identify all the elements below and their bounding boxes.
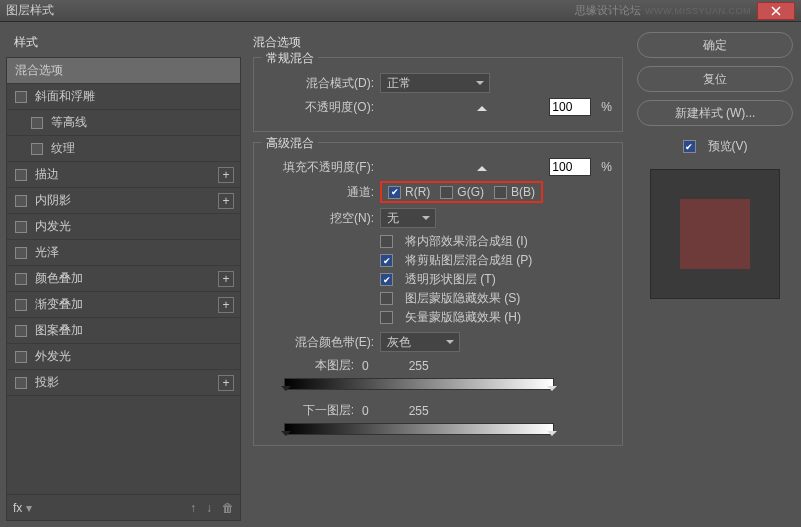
underlying-gradient[interactable] — [284, 423, 554, 435]
sidebar-item-stroke[interactable]: 描边+ — [7, 162, 240, 188]
checkbox[interactable] — [15, 377, 27, 389]
close-button[interactable] — [757, 2, 795, 20]
slider-handle-icon[interactable] — [281, 431, 291, 441]
add-icon[interactable]: + — [218, 167, 234, 183]
checkbox[interactable] — [15, 91, 27, 103]
fieldset-legend: 高级混合 — [262, 135, 318, 152]
checkbox[interactable] — [15, 325, 27, 337]
underlying-layer-row: 下一图层: 0 255 — [264, 402, 612, 419]
checkbox[interactable] — [15, 299, 27, 311]
checkbox[interactable] — [15, 169, 27, 181]
this-layer-row: 本图层: 0 255 — [264, 357, 612, 374]
opt-blend-interior-checkbox[interactable] — [380, 235, 393, 248]
channel-b-checkbox[interactable] — [494, 186, 507, 199]
underlying-v0: 0 — [362, 404, 369, 418]
blend-if-label: 混合颜色带(E): — [264, 334, 374, 351]
sidebar: 样式 混合选项 斜面和浮雕 等高线 纹理 描边+ 内阴影+ 内发光 光泽 颜色叠… — [6, 28, 241, 521]
sidebar-item-gradient-overlay[interactable]: 渐变叠加+ — [7, 292, 240, 318]
sidebar-item-color-overlay[interactable]: 颜色叠加+ — [7, 266, 240, 292]
slider-handle-icon[interactable] — [547, 386, 557, 396]
sidebar-item-label: 图案叠加 — [35, 322, 83, 339]
channel-r-checkbox[interactable] — [388, 186, 401, 199]
this-layer-label: 本图层: — [264, 357, 354, 374]
channel-g-checkbox[interactable] — [440, 186, 453, 199]
fieldset-legend: 常规混合 — [262, 50, 318, 67]
new-style-button[interactable]: 新建样式 (W)... — [637, 100, 793, 126]
sidebar-item-label: 纹理 — [51, 140, 75, 157]
watermark-url: WWW.MISSYUAN.COM — [645, 6, 751, 16]
add-icon[interactable]: + — [218, 297, 234, 313]
checkbox[interactable] — [15, 221, 27, 233]
this-layer-gradient[interactable] — [284, 378, 554, 390]
sidebar-item-label: 内阴影 — [35, 192, 71, 209]
knockout-select[interactable]: 无 — [380, 208, 436, 228]
sidebar-item-pattern-overlay[interactable]: 图案叠加 — [7, 318, 240, 344]
blend-mode-select[interactable]: 正常 — [380, 73, 490, 93]
advanced-options: 将内部效果混合成组 (I) 将剪贴图层混合成组 (P) 透明形状图层 (T) 图… — [380, 233, 612, 326]
move-up-icon[interactable]: ↑ — [190, 501, 196, 515]
opt-vector-mask-hides-checkbox[interactable] — [380, 311, 393, 324]
sidebar-item-blend-options[interactable]: 混合选项 — [7, 58, 240, 84]
slider-thumb-icon[interactable] — [477, 101, 487, 111]
sidebar-item-drop-shadow[interactable]: 投影+ — [7, 370, 240, 396]
sidebar-item-label: 投影 — [35, 374, 59, 391]
add-icon[interactable]: + — [218, 375, 234, 391]
channels-label: 通道: — [264, 184, 374, 201]
checkbox[interactable] — [31, 117, 43, 129]
sidebar-item-label: 等高线 — [51, 114, 87, 131]
watermark-text: 思缘设计论坛 — [575, 3, 641, 18]
checkbox[interactable] — [15, 273, 27, 285]
preview-checkbox[interactable] — [683, 140, 696, 153]
ok-button[interactable]: 确定 — [637, 32, 793, 58]
sidebar-item-inner-glow[interactable]: 内发光 — [7, 214, 240, 240]
cancel-button[interactable]: 复位 — [637, 66, 793, 92]
percent-label: % — [601, 160, 612, 174]
slider-handle-icon[interactable] — [547, 431, 557, 441]
opacity-label: 不透明度(O): — [264, 99, 374, 116]
fill-opacity-label: 填充不透明度(F): — [264, 159, 374, 176]
checkbox[interactable] — [15, 247, 27, 259]
sidebar-item-outer-glow[interactable]: 外发光 — [7, 344, 240, 370]
opt-layer-mask-hides-checkbox[interactable] — [380, 292, 393, 305]
checkbox[interactable] — [15, 195, 27, 207]
preview-toggle[interactable]: 预览(V) — [637, 138, 793, 155]
channels-highlight: R(R) G(G) B(B) — [380, 181, 543, 203]
add-icon[interactable]: + — [218, 193, 234, 209]
sidebar-item-label: 外发光 — [35, 348, 71, 365]
blend-mode-label: 混合模式(D): — [264, 75, 374, 92]
fill-opacity-input[interactable] — [549, 158, 591, 176]
move-down-icon[interactable]: ↓ — [206, 501, 212, 515]
percent-label: % — [601, 100, 612, 114]
titlebar: 图层样式 思缘设计论坛 WWW.MISSYUAN.COM — [0, 0, 801, 22]
fx-menu-icon[interactable]: fx ▾ — [13, 501, 32, 515]
sidebar-item-satin[interactable]: 光泽 — [7, 240, 240, 266]
opt-blend-clipped-checkbox[interactable] — [380, 254, 393, 267]
opacity-input[interactable] — [549, 98, 591, 116]
close-icon — [771, 6, 781, 16]
checkbox[interactable] — [15, 351, 27, 363]
underlying-v1: 255 — [409, 404, 429, 418]
slider-thumb-icon[interactable] — [477, 161, 487, 171]
checkbox[interactable] — [31, 143, 43, 155]
preview-swatch — [680, 199, 750, 269]
trash-icon[interactable]: 🗑 — [222, 501, 234, 515]
knockout-label: 挖空(N): — [264, 210, 374, 227]
slider-handle-icon[interactable] — [281, 386, 291, 396]
add-icon[interactable]: + — [218, 271, 234, 287]
fill-opacity-slider[interactable] — [380, 165, 543, 169]
underlying-layer-label: 下一图层: — [264, 402, 354, 419]
sidebar-item-contour[interactable]: 等高线 — [7, 110, 240, 136]
center-panel: 混合选项 常规混合 混合模式(D): 正常 不透明度(O): % 高级混合 填充… — [245, 28, 631, 521]
sidebar-item-label: 斜面和浮雕 — [35, 88, 95, 105]
blend-if-select[interactable]: 灰色 — [380, 332, 460, 352]
sidebar-item-inner-shadow[interactable]: 内阴影+ — [7, 188, 240, 214]
sidebar-item-bevel[interactable]: 斜面和浮雕 — [7, 84, 240, 110]
opacity-slider[interactable] — [380, 105, 543, 109]
sidebar-item-texture[interactable]: 纹理 — [7, 136, 240, 162]
sidebar-item-label: 颜色叠加 — [35, 270, 83, 287]
opt-transparency-shapes-checkbox[interactable] — [380, 273, 393, 286]
this-layer-v0: 0 — [362, 359, 369, 373]
sidebar-item-label: 混合选项 — [15, 62, 63, 79]
section-title: 混合选项 — [253, 34, 623, 51]
sidebar-item-label: 内发光 — [35, 218, 71, 235]
